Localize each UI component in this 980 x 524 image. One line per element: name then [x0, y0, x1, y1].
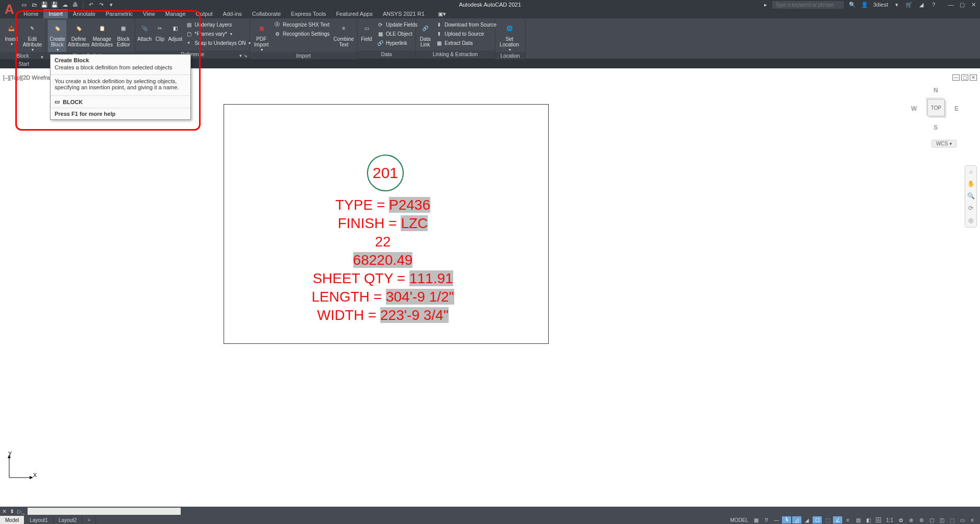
upload-source-button[interactable]: ⬆Upload to Source — [433, 29, 499, 38]
status-monitor-icon[interactable]: ▢ — [927, 516, 936, 523]
drawing-area[interactable]: [–][Top][2D Wireframe] — ▢ ✕ N E S W TOP… — [0, 68, 980, 507]
combine-text-button[interactable]: ≡ Combine Text — [333, 20, 355, 47]
status-otrack-icon[interactable]: ∠ — [833, 516, 842, 523]
close-icon[interactable]: ✕ — [970, 1, 977, 8]
ole-object-button[interactable]: ▦OLE Object — [375, 29, 420, 38]
snap-underlays-button[interactable]: ⌖Snap to Underlays ON▾ — [183, 38, 253, 47]
frames-vary-button[interactable]: ▢*Frames vary*▾ — [183, 29, 253, 38]
edit-attribute-button[interactable]: ✎ Edit Attribute ▾ — [21, 20, 43, 52]
app-logo[interactable]: A — [1, 0, 18, 17]
clip-button[interactable]: ✂ Clip — [153, 20, 167, 42]
status-annoscale-icon[interactable]: 🄰 — [874, 516, 883, 523]
tab-express[interactable]: Express Tools — [286, 9, 331, 18]
qat-dropdown-icon[interactable]: ▾ — [108, 1, 115, 8]
tab-output[interactable]: Output — [191, 9, 218, 18]
help-icon[interactable]: ? — [930, 1, 937, 8]
tab-annotate[interactable]: Annotate — [68, 9, 101, 18]
nav-zoom-icon[interactable]: 🔍 — [967, 192, 975, 201]
status-scale[interactable]: 1:1 — [884, 516, 895, 523]
panel-linking[interactable]: Linking & Extraction — [416, 51, 495, 59]
nav-full-icon[interactable]: ⌕ — [967, 168, 975, 176]
tab-insert[interactable]: Insert — [43, 9, 68, 18]
balloon-circle[interactable]: 201 — [367, 155, 404, 191]
status-grid-icon[interactable]: ▦ — [751, 516, 761, 523]
plot-icon[interactable]: 🖶 — [71, 1, 79, 8]
status-model-button[interactable]: MODEL — [728, 516, 751, 523]
tab-layout2[interactable]: Layout2 — [54, 516, 83, 524]
app-switcher-icon[interactable]: ◢ — [918, 1, 925, 8]
vp-max-icon[interactable]: ▢ — [961, 74, 968, 81]
tab-manage[interactable]: Manage — [160, 9, 191, 18]
command-input[interactable] — [28, 508, 181, 515]
block-editor-button[interactable]: ▦ Block Editor — [114, 20, 133, 47]
viewcube[interactable]: N E S W TOP — [911, 84, 960, 132]
attach-button[interactable]: 📎 Attach — [137, 20, 152, 42]
viewcube-north[interactable]: N — [934, 87, 938, 94]
nav-orbit-icon[interactable]: ⟳ — [967, 205, 975, 213]
saveas-icon[interactable]: 💾 — [51, 1, 58, 8]
tab-ansys[interactable]: ANSYS 2021 R1 — [378, 9, 430, 18]
viewcube-south[interactable]: S — [934, 124, 938, 131]
tab-parametric[interactable]: Parametric — [101, 9, 138, 18]
tab-model[interactable]: Model — [0, 516, 24, 524]
status-osnap-icon[interactable]: ☐ — [813, 516, 822, 523]
nav-pan-icon[interactable]: ✋ — [967, 180, 975, 188]
status-gear-icon[interactable]: ✿ — [896, 516, 905, 523]
file-tab-start[interactable]: Start — [18, 61, 29, 67]
tab-overflow-icon[interactable]: ▣▾ — [433, 9, 451, 18]
cmdline-close-icon[interactable]: ✕ — [2, 508, 7, 515]
undo-icon[interactable]: ↶ — [87, 1, 94, 8]
underlay-layers-button[interactable]: ▤Underlay Layers — [183, 20, 253, 29]
adjust-button[interactable]: ◧ Adjust — [168, 20, 182, 42]
status-snap-icon[interactable]: ⠿ — [762, 516, 771, 523]
web-icon[interactable]: ☁ — [61, 1, 68, 8]
download-source-button[interactable]: ⬇Download from Source — [433, 20, 499, 29]
status-hardware-icon[interactable]: ⬚ — [947, 516, 957, 523]
status-isolate-icon[interactable]: ◫ — [937, 516, 946, 523]
maximize-icon[interactable]: ▢ — [959, 1, 966, 8]
hyperlink-button[interactable]: 🔗Hyperlink — [375, 38, 420, 47]
cart-icon[interactable]: 🛒 — [905, 1, 913, 8]
vp-close-icon[interactable]: ✕ — [970, 74, 977, 81]
search-input[interactable] — [772, 1, 844, 9]
set-location-button[interactable]: 🌐 Set Location ▾ — [497, 20, 522, 52]
pdf-import-button[interactable]: ▦ PDF Import ▾ — [252, 20, 271, 52]
status-workspace-icon[interactable]: ⚙ — [917, 516, 926, 523]
panel-data[interactable]: Data — [357, 51, 415, 59]
cmdline-handle-icon[interactable]: ⬍ — [10, 508, 14, 515]
tab-layout1[interactable]: Layout1 — [24, 516, 54, 524]
define-attributes-button[interactable]: 🏷️ Define Attributes — [67, 20, 90, 47]
viewcube-east[interactable]: E — [954, 105, 959, 112]
status-custom-icon[interactable]: ≡ — [968, 516, 977, 523]
viewcube-west[interactable]: W — [911, 105, 917, 112]
status-transparency-icon[interactable]: ▨ — [853, 516, 863, 523]
manage-attributes-button[interactable]: 📋 Manage Attributes — [91, 20, 113, 47]
status-polar-icon[interactable]: ◿ — [792, 516, 801, 523]
status-infer-icon[interactable]: — — [772, 516, 781, 523]
save-icon[interactable]: 💾 — [41, 1, 48, 8]
tab-addins[interactable]: Add-ins — [218, 9, 247, 18]
status-ortho-icon[interactable]: ┗ — [782, 516, 791, 523]
tab-featured[interactable]: Featured Apps — [331, 9, 378, 18]
tab-collaborate[interactable]: Collaborate — [247, 9, 286, 18]
status-clean-icon[interactable]: ▭ — [958, 516, 967, 523]
create-block-button[interactable]: 🏷️ Create Block ▾ — [48, 20, 66, 52]
status-annotation-icon[interactable]: ⊕ — [906, 516, 916, 523]
redo-icon[interactable]: ↷ — [97, 1, 105, 8]
nav-wheel-icon[interactable]: ◎ — [967, 217, 975, 225]
extract-data-button[interactable]: ▦Extract Data — [433, 38, 499, 47]
status-iso-icon[interactable]: ◢ — [802, 516, 812, 523]
attribute-text-block[interactable]: TYPE = P2436 FINISH = LZC 22 68220.49 SH… — [0, 196, 766, 325]
recognize-shx-button[interactable]: ⒶRecognize SHX Text — [272, 20, 332, 29]
vp-min-icon[interactable]: — — [952, 74, 960, 81]
status-lineweight-icon[interactable]: ≡ — [843, 516, 852, 523]
new-icon[interactable]: ▭ — [20, 1, 28, 8]
user-name[interactable]: 3diest — [873, 2, 888, 8]
viewcube-top[interactable]: TOP — [927, 99, 945, 116]
user-icon[interactable]: 👤 — [861, 1, 868, 8]
open-icon[interactable]: 🗁 — [31, 1, 38, 8]
status-cycling-icon[interactable]: ◧ — [864, 516, 873, 523]
tab-home[interactable]: Home — [18, 9, 43, 18]
recognition-settings-button[interactable]: ⚙Recognition Settings — [272, 29, 332, 38]
update-fields-button[interactable]: ⟳Update Fields — [375, 20, 420, 29]
